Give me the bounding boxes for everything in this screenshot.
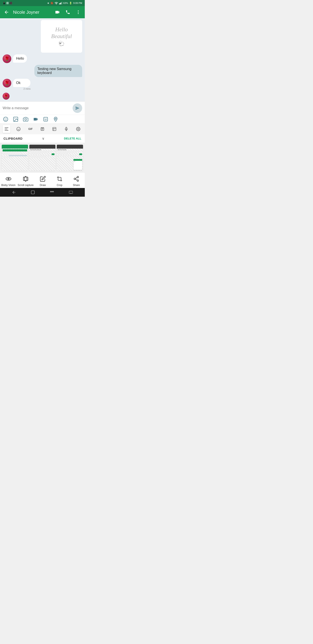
emoji-button[interactable] [2, 116, 9, 122]
nav-keyboard-button[interactable] [69, 190, 73, 194]
svg-rect-33 [31, 191, 34, 194]
clipboard-toggle-button[interactable]: ∨ [42, 136, 44, 140]
video-button[interactable] [33, 116, 39, 122]
message-row-hello: 🌹 Hello [2, 54, 82, 63]
svg-rect-3 [60, 2, 61, 4]
tab-mic[interactable] [62, 125, 70, 133]
share-button[interactable]: Share [69, 175, 84, 187]
bixby-vision-button[interactable]: Bixby Vision [1, 175, 16, 187]
svg-point-19 [17, 127, 20, 131]
scroll-capture-button[interactable]: Scroll capture [17, 175, 33, 187]
clipboard-section: CLIPBOARD ∨ DELETE ALL NOT [0, 134, 85, 172]
svg-point-21 [19, 128, 19, 129]
tab-gif[interactable]: GIF [26, 125, 34, 133]
share-label: Share [73, 184, 80, 187]
clipboard-item-3[interactable]: APP NOTIFICATIONS chat [57, 145, 83, 171]
app-bar: Nicole Joyner [0, 6, 85, 18]
svg-point-20 [18, 128, 18, 129]
svg-rect-1 [59, 4, 60, 4]
clipboard-item-2[interactable]: NOTIFICATION CATEGORY [29, 145, 56, 171]
tab-emoji[interactable] [14, 125, 22, 133]
share-icon [72, 175, 80, 183]
mute-icon: 🔕 [50, 2, 53, 4]
avatar-rose-icon-2: 🌹 [4, 80, 10, 86]
bubble-hello: Hello [13, 54, 27, 63]
svg-point-9 [3, 117, 8, 122]
message-row-ok: 🌹 Ok 2 mins [2, 79, 82, 90]
svg-rect-29 [23, 177, 28, 180]
svg-rect-5 [62, 2, 62, 4]
svg-point-25 [78, 128, 79, 130]
tab-layout[interactable] [50, 125, 58, 133]
typing-indicator-row: 🌹 [2, 92, 82, 100]
crop-icon [56, 175, 63, 183]
avatar-rose-icon: 🌹 [4, 56, 10, 61]
input-actions-bar [0, 115, 85, 124]
message-input[interactable] [2, 106, 71, 110]
tab-settings[interactable] [74, 125, 82, 133]
tab-clipboard[interactable] [38, 125, 46, 133]
svg-point-18 [55, 118, 56, 120]
gallery-button[interactable] [12, 116, 19, 122]
more-options-button[interactable] [74, 8, 82, 16]
camera-button[interactable] [22, 116, 29, 122]
clipboard-item-1[interactable] [2, 145, 28, 171]
avatar-ok: 🌹 [2, 79, 11, 88]
svg-point-0 [56, 4, 56, 4]
svg-point-11 [6, 118, 7, 119]
draw-label: Draw [40, 184, 46, 187]
nav-recents-button[interactable] [50, 190, 54, 194]
svg-point-7 [78, 12, 79, 12]
bubble-ok: Ok [13, 79, 30, 87]
avatar-received: 🌹 [2, 54, 11, 63]
svg-rect-23 [53, 128, 56, 131]
draw-button[interactable]: Draw [35, 175, 50, 187]
back-button[interactable] [2, 8, 10, 16]
tab-text[interactable] [2, 125, 10, 133]
wifi-icon [54, 2, 58, 4]
bixby-vision-label: Bixby Vision [1, 184, 15, 187]
svg-point-30 [77, 176, 79, 178]
eye-icon [4, 175, 12, 183]
sent-image-row: Hello Beautiful 🐑 [2, 20, 82, 53]
svg-point-13 [14, 118, 15, 119]
svg-rect-15 [44, 117, 48, 121]
delete-all-button[interactable]: DELETE ALL [64, 137, 81, 140]
svg-point-16 [45, 118, 45, 119]
message-timestamp: 2 mins [23, 88, 30, 90]
status-left: 📱 🖼 ⬛ [2, 2, 12, 4]
location-button[interactable] [53, 116, 59, 122]
nav-home-button[interactable] [31, 190, 35, 194]
signal-icon [59, 2, 62, 4]
pencil-icon [39, 175, 47, 183]
keyboard-tab-bar: GIF [0, 124, 85, 134]
svg-point-6 [78, 10, 79, 11]
scroll-icon [22, 175, 29, 183]
svg-point-32 [77, 180, 79, 182]
crop-button[interactable]: Crop [52, 175, 67, 187]
battery-icon: 🔋 [69, 2, 72, 4]
bubble-testing: Testing new Samsung keyboard [34, 65, 82, 77]
clipboard-title: CLIPBOARD [3, 137, 22, 140]
svg-rect-24 [66, 127, 67, 129]
svg-point-28 [8, 178, 9, 179]
nav-back-button[interactable] [12, 190, 16, 194]
nav-bar [0, 188, 85, 197]
message-input-bar [0, 102, 85, 115]
video-call-button[interactable] [53, 8, 61, 16]
small-avatar: 🌹 [2, 93, 9, 100]
clipboard-header: CLIPBOARD ∨ DELETE ALL [0, 134, 85, 143]
chat-area: Hello Beautiful 🐑 🌹 Hello Testing new Sa… [0, 18, 85, 102]
clipboard-thumbnails: NOTIFICATION CATEGORY APP NOTIFICATIONS [0, 143, 85, 172]
sticker-button[interactable] [43, 116, 49, 122]
bluetooth-icon: ★ [47, 2, 49, 4]
phone-call-button[interactable] [64, 8, 72, 16]
svg-point-10 [5, 118, 5, 119]
svg-point-17 [46, 118, 47, 119]
send-button[interactable] [73, 103, 82, 113]
svg-point-8 [78, 13, 79, 14]
scroll-capture-label: Scroll capture [17, 184, 33, 187]
status-right: ★ 🔕 63% 🔋 9:09 PM [47, 2, 82, 4]
battery-percent: 63% [63, 2, 68, 4]
status-bar: 📱 🖼 ⬛ ★ 🔕 63% 🔋 9:09 PM [0, 0, 85, 6]
